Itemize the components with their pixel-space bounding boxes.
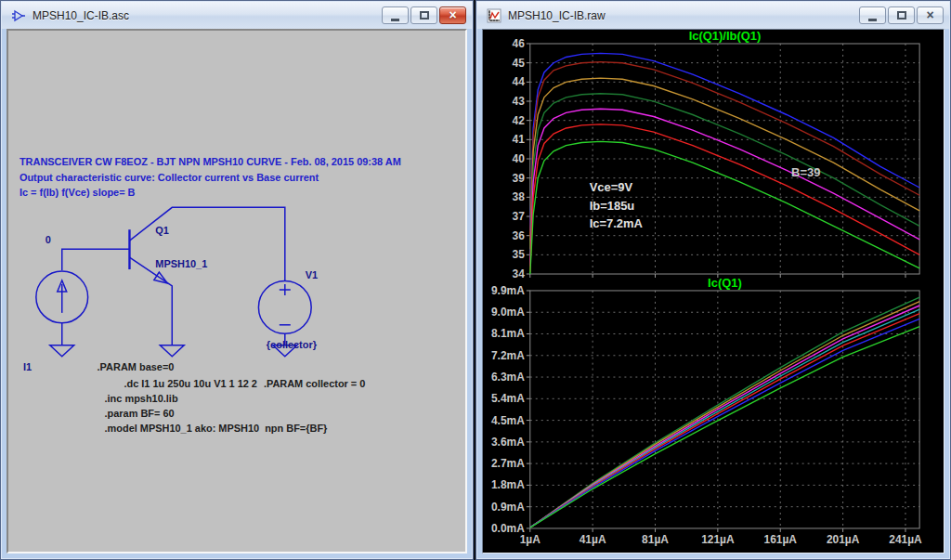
window-controls: × [859, 7, 944, 24]
minimize-button[interactable] [859, 7, 886, 24]
minimize-icon [868, 19, 877, 21]
ltspice-waveform-icon [487, 8, 502, 23]
close-icon: × [449, 8, 456, 21]
schematic-window-title: MPSH10_IC-IB.asc [33, 9, 129, 22]
minimize-button[interactable] [382, 7, 409, 24]
maximize-button[interactable] [410, 7, 437, 24]
waveform-window: MPSH10_IC-IB.raw × 464544434241403938373… [476, 0, 951, 560]
schematic-titlebar[interactable]: MPSH10_IC-IB.asc × [2, 2, 472, 29]
close-button[interactable]: × [917, 7, 944, 24]
close-button[interactable]: × [439, 7, 466, 24]
schematic-canvas[interactable] [7, 29, 467, 553]
waveform-window-title: MPSH10_IC-IB.raw [508, 9, 606, 22]
maximize-button[interactable] [888, 7, 915, 24]
schematic-window: MPSH10_IC-IB.asc × TRANSCEIVER CW F8EOZ … [0, 0, 474, 560]
waveform-titlebar[interactable]: MPSH10_IC-IB.raw × [477, 2, 949, 29]
waveform-plot-area[interactable] [482, 29, 944, 553]
maximize-icon [420, 11, 429, 20]
ltspice-schematic-icon [11, 8, 26, 23]
desktop: MPSH10_IC-IB.asc × TRANSCEIVER CW F8EOZ … [0, 0, 951, 560]
maximize-icon [897, 11, 906, 20]
close-icon: × [926, 8, 933, 21]
minimize-icon [391, 19, 399, 21]
window-controls: × [382, 7, 466, 24]
